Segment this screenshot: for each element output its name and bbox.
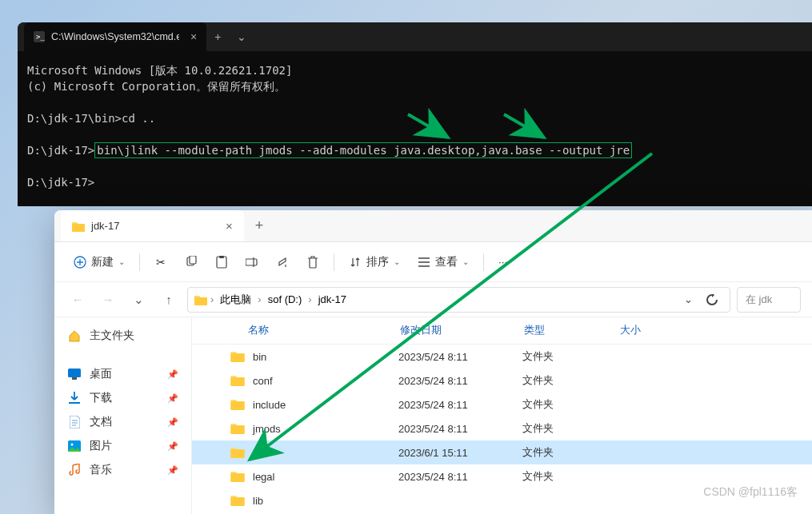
- file-row[interactable]: bin2023/5/24 8:11文件夹: [192, 345, 812, 369]
- document-icon: [67, 415, 82, 429]
- terminal-tab-bar: >_ C:\Windows\System32\cmd.e × + ⌄: [18, 22, 812, 51]
- file-type: 文件夹: [522, 421, 618, 436]
- svg-rect-5: [217, 257, 226, 268]
- file-date: 2023/5/24 8:11: [398, 423, 522, 435]
- pin-icon: 📌: [167, 369, 178, 380]
- close-icon[interactable]: ×: [190, 30, 197, 43]
- sidebar: 主文件夹 桌面 📌 下载 📌 文档 📌 图片 📌: [54, 317, 192, 514]
- scissors-icon: ✂: [154, 256, 167, 269]
- sidebar-item-music[interactable]: 音乐 📌: [54, 458, 191, 482]
- back-button[interactable]: ←: [66, 288, 90, 312]
- file-explorer-window: jdk-17 × + 新建 ⌄ ✂ 排序 ⌄ 查看 ⌄ ···: [54, 210, 812, 514]
- home-icon: [67, 329, 82, 343]
- breadcrumb-item[interactable]: jdk-17: [315, 292, 350, 307]
- file-row[interactable]: legal2023/5/24 8:11文件夹: [192, 464, 812, 488]
- close-icon[interactable]: ×: [226, 219, 233, 233]
- sort-button[interactable]: 排序 ⌄: [341, 250, 408, 274]
- pin-icon: 📌: [167, 417, 178, 428]
- rename-icon: [246, 256, 258, 269]
- rename-button[interactable]: [238, 251, 266, 273]
- copy-icon: [185, 256, 198, 269]
- file-type: 文件夹: [522, 349, 618, 364]
- chevron-down-icon: ⌄: [118, 257, 125, 266]
- paste-button[interactable]: [207, 251, 236, 273]
- chevron-down-icon: ⌄: [394, 257, 400, 266]
- tab-dropdown-button[interactable]: ⌄: [229, 30, 254, 43]
- svg-rect-6: [219, 256, 224, 258]
- share-icon: [276, 256, 289, 269]
- pin-icon: 📌: [167, 441, 178, 452]
- column-headers: 名称 修改日期 类型 大小: [192, 317, 812, 345]
- file-list: 名称 修改日期 类型 大小 bin2023/5/24 8:11文件夹conf20…: [192, 317, 812, 514]
- pin-icon: 📌: [167, 465, 178, 476]
- explorer-tab[interactable]: jdk-17 ×: [61, 210, 244, 241]
- folder-icon: [230, 446, 245, 459]
- folder-icon: [72, 221, 85, 232]
- breadcrumb-item[interactable]: 此电脑: [217, 291, 254, 309]
- new-tab-button[interactable]: +: [206, 30, 229, 43]
- music-icon: [67, 463, 82, 477]
- file-name: legal: [253, 471, 398, 483]
- folder-icon: [230, 374, 245, 387]
- dropdown-button[interactable]: ⌄: [677, 289, 699, 311]
- file-name: lib: [253, 495, 398, 507]
- terminal-tab[interactable]: >_ C:\Windows\System32\cmd.e ×: [24, 22, 206, 51]
- address-bar-row: ← → ⌄ ↑ › 此电脑 › sof (D:) › jdk-17 ⌄ 在 jd…: [54, 282, 812, 317]
- sidebar-item-desktop[interactable]: 桌面 📌: [54, 362, 191, 386]
- file-row[interactable]: jmods2023/5/24 8:11文件夹: [192, 416, 812, 440]
- sort-icon: [349, 256, 362, 269]
- picture-icon: [67, 439, 82, 453]
- terminal-output[interactable]: Microsoft Windows [版本 10.0.22621.1702] (…: [18, 51, 812, 206]
- file-name: jre: [253, 447, 398, 459]
- delete-button[interactable]: [298, 251, 327, 273]
- svg-rect-9: [72, 377, 77, 380]
- svg-point-11: [71, 444, 74, 446]
- address-bar[interactable]: › 此电脑 › sof (D:) › jdk-17 ⌄: [187, 287, 730, 313]
- column-date[interactable]: 修改日期: [400, 324, 524, 337]
- trash-icon: [306, 256, 319, 269]
- view-button[interactable]: 查看 ⌄: [410, 250, 477, 274]
- file-row[interactable]: include2023/5/24 8:11文件夹: [192, 392, 812, 416]
- file-row[interactable]: conf2023/5/24 8:11文件夹: [192, 369, 812, 392]
- svg-text:>_: >_: [36, 33, 45, 41]
- explorer-tab-title: jdk-17: [91, 220, 219, 232]
- column-size[interactable]: 大小: [620, 324, 684, 337]
- file-date: 2023/5/24 8:11: [398, 399, 522, 411]
- svg-rect-4: [190, 256, 196, 264]
- terminal-window: >_ C:\Windows\System32\cmd.e × + ⌄ Micro…: [18, 22, 812, 206]
- sidebar-item-documents[interactable]: 文档 📌: [54, 410, 191, 434]
- explorer-body: 主文件夹 桌面 📌 下载 📌 文档 📌 图片 📌: [54, 317, 812, 514]
- sidebar-item-pictures[interactable]: 图片 📌: [54, 434, 191, 458]
- new-button[interactable]: 新建 ⌄: [66, 250, 133, 274]
- file-type: 文件夹: [522, 397, 618, 412]
- up-button[interactable]: ↑: [157, 288, 181, 312]
- column-type[interactable]: 类型: [524, 324, 620, 337]
- svg-rect-8: [68, 369, 81, 377]
- forward-button[interactable]: →: [96, 288, 120, 312]
- cut-button[interactable]: ✂: [146, 251, 175, 273]
- copy-button[interactable]: [177, 251, 206, 273]
- refresh-button[interactable]: [701, 289, 723, 311]
- sidebar-item-home[interactable]: 主文件夹: [54, 324, 191, 348]
- recent-button[interactable]: ⌄: [126, 288, 150, 312]
- folder-icon: [230, 350, 245, 363]
- plus-circle-icon: [74, 256, 86, 269]
- folder-icon: [230, 422, 245, 435]
- file-date: 2023/6/1 15:11: [398, 447, 522, 459]
- clipboard-icon: [215, 256, 228, 269]
- svg-rect-7: [246, 259, 257, 265]
- more-button[interactable]: ···: [490, 251, 515, 273]
- sidebar-item-downloads[interactable]: 下载 📌: [54, 386, 191, 410]
- file-row[interactable]: lib: [192, 488, 812, 512]
- file-date: 2023/5/24 8:11: [398, 351, 522, 363]
- search-input[interactable]: 在 jdk: [737, 287, 801, 313]
- column-name[interactable]: 名称: [192, 324, 400, 337]
- new-tab-button[interactable]: +: [244, 217, 275, 234]
- file-name: conf: [253, 375, 398, 387]
- cmd-icon: >_: [34, 31, 45, 42]
- file-date: 2023/5/24 8:11: [398, 375, 522, 387]
- file-type: 文件夹: [522, 373, 618, 388]
- file-row[interactable]: jre2023/6/1 15:11文件夹: [192, 440, 812, 464]
- share-button[interactable]: [268, 251, 297, 273]
- breadcrumb-item[interactable]: sof (D:): [265, 292, 306, 307]
